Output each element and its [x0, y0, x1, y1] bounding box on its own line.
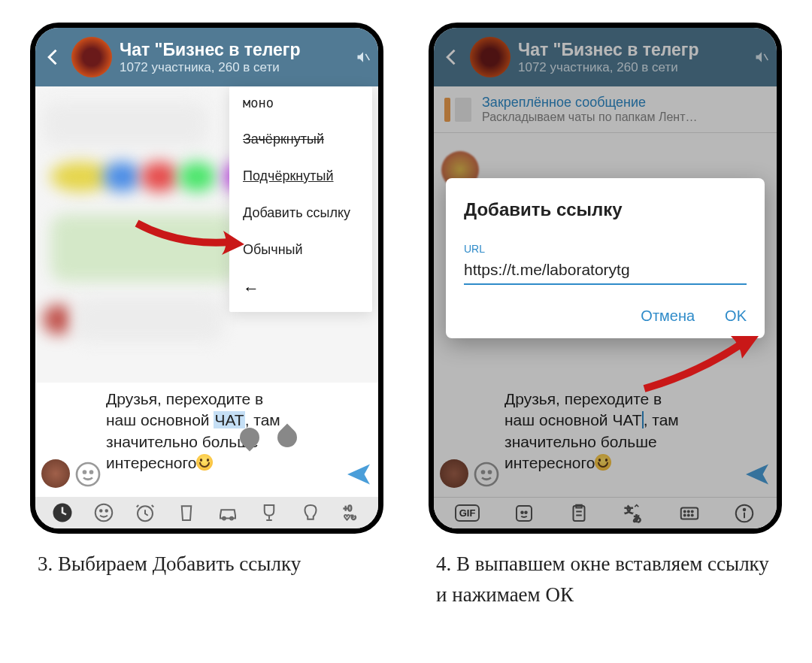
menu-item-mono[interactable]: моно [229, 92, 372, 121]
smile-emoji [196, 454, 213, 471]
step-3-caption: 3. Выбираем Добавить ссылку [30, 549, 301, 580]
car-icon[interactable] [217, 501, 239, 524]
phone-screenshot-right: Чат "Бизнес в телегр 1072 участника, 260… [429, 23, 782, 534]
menu-back-button[interactable]: ← [229, 268, 372, 312]
url-field-label: URL [464, 243, 747, 255]
dialog-title: Добавить ссылку [464, 199, 747, 220]
msg-line3: значительно больше [106, 433, 259, 450]
svg-text:+0: +0 [343, 504, 352, 513]
svg-point-6 [100, 510, 102, 512]
symbols-icon[interactable]: +0♡↻ [341, 501, 363, 524]
msg-line2c: , там [245, 411, 280, 428]
send-icon[interactable] [345, 461, 372, 488]
smiley-outline-icon[interactable] [92, 501, 115, 524]
svg-line-0 [365, 54, 369, 60]
msg-selected-text: ЧАТ [214, 411, 244, 428]
chat-title: Чат "Бизнес в телегр [120, 40, 348, 60]
back-arrow-icon[interactable] [43, 47, 64, 68]
chat-header-text[interactable]: Чат "Бизнес в телегр 1072 участника, 260… [120, 40, 348, 75]
svg-point-2 [83, 471, 86, 474]
svg-text:♡↻: ♡↻ [343, 513, 356, 522]
menu-item-underline[interactable]: Подчёркнутый [229, 158, 372, 195]
ok-button[interactable]: OK [725, 307, 747, 325]
emoji-icon[interactable] [74, 461, 102, 488]
msg-line2a: наш основной [106, 411, 214, 428]
step-4-caption: 4. В выпавшем окне вставляем ссылку и на… [429, 549, 782, 610]
chat-subtitle: 1072 участника, 260 в сети [120, 60, 348, 75]
msg-line4: интересного [106, 454, 196, 471]
mute-icon [356, 50, 371, 65]
cancel-button[interactable]: Отмена [641, 307, 695, 325]
phone-screenshot-left: Чат "Бизнес в телегр 1072 участника, 260… [30, 23, 383, 534]
menu-item-strikethrough[interactable]: Зачёркнутый [229, 121, 372, 158]
step-4: Чат "Бизнес в телегр 1072 участника, 260… [429, 23, 782, 610]
menu-item-add-link[interactable]: Добавить ссылку [229, 195, 372, 232]
url-input[interactable] [464, 258, 747, 285]
svg-point-1 [77, 463, 99, 486]
step-3: Чат "Бизнес в телегр 1072 участника, 260… [30, 23, 383, 610]
reply-avatar [41, 459, 70, 488]
keyboard-toolbar: +0♡↻ [35, 497, 378, 528]
cup-icon[interactable] [175, 501, 198, 524]
message-input-area: Друзья, переходите в наш основной ЧАТ, т… [35, 383, 378, 497]
message-draft-text[interactable]: Друзья, переходите в наш основной ЧАТ, т… [106, 386, 341, 474]
menu-item-plain[interactable]: Обычный [229, 232, 372, 268]
chat-header: Чат "Бизнес в телегр 1072 участника, 260… [35, 28, 378, 86]
trophy-icon[interactable] [258, 501, 280, 524]
bulb-icon[interactable] [299, 501, 322, 524]
svg-point-7 [105, 510, 108, 512]
alarm-icon[interactable] [134, 501, 156, 524]
add-link-dialog: Добавить ссылку URL Отмена OK [446, 178, 765, 338]
format-context-menu: моно Зачёркнутый Подчёркнутый Добавить с… [229, 86, 372, 312]
chat-avatar[interactable] [71, 37, 112, 77]
msg-line1: Друзья, переходите в [106, 390, 263, 407]
svg-point-3 [90, 471, 92, 474]
svg-point-5 [95, 504, 112, 522]
clock-filled-icon[interactable] [51, 501, 74, 524]
